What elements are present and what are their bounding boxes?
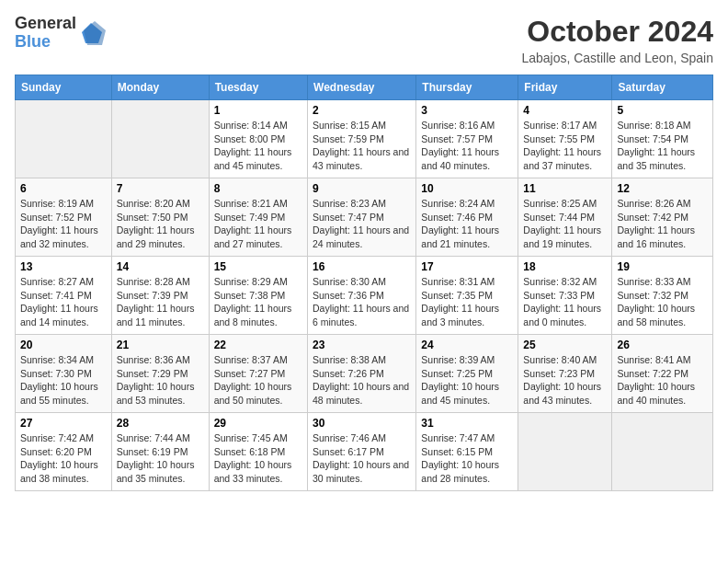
svg-marker-1	[84, 21, 106, 45]
calendar-cell: 23Sunrise: 8:38 AMSunset: 7:26 PMDayligh…	[308, 335, 416, 413]
day-number: 31	[421, 417, 513, 430]
calendar-cell: 11Sunrise: 8:25 AMSunset: 7:44 PMDayligh…	[518, 178, 612, 257]
day-number: 18	[523, 260, 607, 273]
day-number: 5	[617, 104, 708, 117]
calendar-week-row: 1Sunrise: 8:14 AMSunset: 8:00 PMDaylight…	[16, 100, 713, 178]
month-title: October 2024	[521, 15, 713, 49]
calendar-cell: 16Sunrise: 8:30 AMSunset: 7:36 PMDayligh…	[308, 257, 416, 335]
calendar-header: SundayMondayTuesdayWednesdayThursdayFrid…	[16, 75, 713, 100]
day-info: Sunrise: 8:19 AMSunset: 7:52 PMDaylight:…	[20, 197, 107, 251]
day-info: Sunrise: 8:24 AMSunset: 7:46 PMDaylight:…	[421, 197, 513, 251]
day-info: Sunrise: 8:36 AMSunset: 7:29 PMDaylight:…	[117, 353, 204, 408]
calendar-cell: 6Sunrise: 8:19 AMSunset: 7:52 PMDaylight…	[16, 178, 112, 257]
day-of-week-header: Friday	[518, 75, 612, 100]
day-number: 24	[421, 339, 513, 351]
day-info: Sunrise: 8:27 AMSunset: 7:41 PMDaylight:…	[20, 275, 107, 329]
calendar-cell: 9Sunrise: 8:23 AMSunset: 7:47 PMDaylight…	[308, 178, 416, 257]
day-number: 22	[214, 339, 302, 351]
day-number: 13	[20, 260, 107, 273]
calendar-cell: 1Sunrise: 8:14 AMSunset: 8:00 PMDaylight…	[209, 100, 307, 178]
day-info: Sunrise: 8:20 AMSunset: 7:50 PMDaylight:…	[117, 197, 204, 251]
page-header: General Blue October 2024 Labajos, Casti…	[15, 15, 713, 65]
calendar-cell	[612, 413, 713, 491]
day-number: 29	[214, 417, 302, 430]
calendar-cell: 29Sunrise: 7:45 AMSunset: 6:18 PMDayligh…	[209, 413, 307, 491]
logo-text: General Blue	[15, 15, 76, 52]
day-info: Sunrise: 8:14 AMSunset: 8:00 PMDaylight:…	[214, 119, 302, 173]
day-info: Sunrise: 7:45 AMSunset: 6:18 PMDaylight:…	[214, 431, 302, 486]
calendar-cell: 31Sunrise: 7:47 AMSunset: 6:15 PMDayligh…	[416, 413, 518, 491]
calendar-cell: 10Sunrise: 8:24 AMSunset: 7:46 PMDayligh…	[416, 178, 518, 257]
day-number: 25	[523, 339, 607, 351]
day-of-week-header: Monday	[111, 75, 209, 100]
day-info: Sunrise: 8:26 AMSunset: 7:42 PMDaylight:…	[617, 197, 708, 251]
day-number: 9	[313, 182, 411, 195]
day-info: Sunrise: 8:34 AMSunset: 7:30 PMDaylight:…	[20, 353, 107, 408]
day-info: Sunrise: 8:21 AMSunset: 7:49 PMDaylight:…	[214, 197, 302, 251]
day-info: Sunrise: 7:42 AMSunset: 6:20 PMDaylight:…	[20, 431, 107, 486]
calendar-week-row: 27Sunrise: 7:42 AMSunset: 6:20 PMDayligh…	[16, 413, 713, 491]
calendar-body: 1Sunrise: 8:14 AMSunset: 8:00 PMDaylight…	[16, 100, 713, 491]
calendar-cell: 15Sunrise: 8:29 AMSunset: 7:38 PMDayligh…	[209, 257, 307, 335]
day-info: Sunrise: 8:39 AMSunset: 7:25 PMDaylight:…	[421, 353, 513, 408]
day-of-week-header: Saturday	[612, 75, 713, 100]
calendar-table: SundayMondayTuesdayWednesdayThursdayFrid…	[15, 75, 713, 491]
day-number: 16	[313, 260, 411, 273]
calendar-cell: 18Sunrise: 8:32 AMSunset: 7:33 PMDayligh…	[518, 257, 612, 335]
day-info: Sunrise: 8:38 AMSunset: 7:26 PMDaylight:…	[313, 353, 411, 408]
day-info: Sunrise: 8:32 AMSunset: 7:33 PMDaylight:…	[523, 275, 607, 329]
calendar-cell: 8Sunrise: 8:21 AMSunset: 7:49 PMDaylight…	[209, 178, 307, 257]
calendar-week-row: 13Sunrise: 8:27 AMSunset: 7:41 PMDayligh…	[16, 257, 713, 335]
calendar-cell	[518, 413, 612, 491]
calendar-cell: 24Sunrise: 8:39 AMSunset: 7:25 PMDayligh…	[416, 335, 518, 413]
calendar-cell: 4Sunrise: 8:17 AMSunset: 7:55 PMDaylight…	[518, 100, 612, 178]
day-of-week-header: Tuesday	[209, 75, 307, 100]
calendar-cell: 25Sunrise: 8:40 AMSunset: 7:23 PMDayligh…	[518, 335, 612, 413]
calendar-cell: 21Sunrise: 8:36 AMSunset: 7:29 PMDayligh…	[111, 335, 209, 413]
day-info: Sunrise: 7:44 AMSunset: 6:19 PMDaylight:…	[117, 431, 204, 486]
calendar-cell: 19Sunrise: 8:33 AMSunset: 7:32 PMDayligh…	[612, 257, 713, 335]
calendar-cell: 22Sunrise: 8:37 AMSunset: 7:27 PMDayligh…	[209, 335, 307, 413]
day-number: 26	[617, 339, 708, 351]
calendar-cell: 26Sunrise: 8:41 AMSunset: 7:22 PMDayligh…	[612, 335, 713, 413]
calendar-cell: 2Sunrise: 8:15 AMSunset: 7:59 PMDaylight…	[308, 100, 416, 178]
day-of-week-header: Thursday	[416, 75, 518, 100]
day-number: 28	[117, 417, 204, 430]
calendar-cell: 20Sunrise: 8:34 AMSunset: 7:30 PMDayligh…	[16, 335, 112, 413]
calendar-cell: 5Sunrise: 8:18 AMSunset: 7:54 PMDaylight…	[612, 100, 713, 178]
calendar-cell: 14Sunrise: 8:28 AMSunset: 7:39 PMDayligh…	[111, 257, 209, 335]
day-number: 21	[117, 339, 204, 351]
day-info: Sunrise: 8:17 AMSunset: 7:55 PMDaylight:…	[523, 119, 607, 173]
day-info: Sunrise: 8:15 AMSunset: 7:59 PMDaylight:…	[313, 119, 411, 173]
day-info: Sunrise: 7:46 AMSunset: 6:17 PMDaylight:…	[313, 431, 411, 486]
calendar-week-row: 20Sunrise: 8:34 AMSunset: 7:30 PMDayligh…	[16, 335, 713, 413]
day-info: Sunrise: 8:41 AMSunset: 7:22 PMDaylight:…	[617, 353, 708, 408]
day-info: Sunrise: 8:31 AMSunset: 7:35 PMDaylight:…	[421, 275, 513, 329]
day-number: 7	[117, 182, 204, 195]
day-number: 4	[523, 104, 607, 117]
day-of-week-header: Sunday	[16, 75, 112, 100]
day-info: Sunrise: 8:16 AMSunset: 7:57 PMDaylight:…	[421, 119, 513, 173]
day-info: Sunrise: 8:23 AMSunset: 7:47 PMDaylight:…	[313, 197, 411, 251]
day-number: 8	[214, 182, 302, 195]
calendar-cell: 27Sunrise: 7:42 AMSunset: 6:20 PMDayligh…	[16, 413, 112, 491]
day-of-week-header: Wednesday	[308, 75, 416, 100]
calendar-cell: 7Sunrise: 8:20 AMSunset: 7:50 PMDaylight…	[111, 178, 209, 257]
calendar-cell: 13Sunrise: 8:27 AMSunset: 7:41 PMDayligh…	[16, 257, 112, 335]
calendar-cell: 17Sunrise: 8:31 AMSunset: 7:35 PMDayligh…	[416, 257, 518, 335]
day-info: Sunrise: 7:47 AMSunset: 6:15 PMDaylight:…	[421, 431, 513, 486]
day-number: 14	[117, 260, 204, 273]
title-section: October 2024 Labajos, Castille and Leon,…	[521, 15, 713, 65]
day-number: 1	[214, 104, 302, 117]
day-info: Sunrise: 8:33 AMSunset: 7:32 PMDaylight:…	[617, 275, 708, 329]
day-info: Sunrise: 8:30 AMSunset: 7:36 PMDaylight:…	[313, 275, 411, 329]
calendar-cell	[16, 100, 112, 178]
day-info: Sunrise: 8:25 AMSunset: 7:44 PMDaylight:…	[523, 197, 607, 251]
logo-icon	[78, 19, 106, 47]
day-number: 19	[617, 260, 708, 273]
calendar-cell: 12Sunrise: 8:26 AMSunset: 7:42 PMDayligh…	[612, 178, 713, 257]
day-number: 12	[617, 182, 708, 195]
calendar-cell: 3Sunrise: 8:16 AMSunset: 7:57 PMDaylight…	[416, 100, 518, 178]
logo: General Blue	[15, 15, 106, 52]
day-info: Sunrise: 8:18 AMSunset: 7:54 PMDaylight:…	[617, 119, 708, 173]
